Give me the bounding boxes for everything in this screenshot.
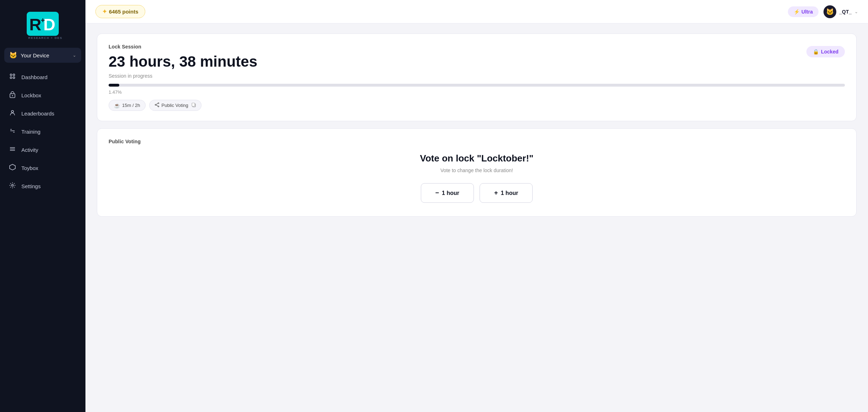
locked-lock-icon: 🔒 <box>813 49 819 55</box>
svg-text:+: + <box>41 16 45 24</box>
points-star-icon: ✦ <box>102 8 107 15</box>
minus-icon: − <box>435 189 439 197</box>
svg-marker-18 <box>10 164 15 170</box>
leaderboards-icon <box>9 109 16 118</box>
header: ✦ 6465 points ⚡ Ultra 🐱 _QT_ ⌄ <box>85 0 868 24</box>
plus-icon: + <box>494 189 498 197</box>
sidebar-item-settings[interactable]: Settings <box>3 177 83 195</box>
sidebar-item-lockbox[interactable]: Lockbox <box>3 87 83 104</box>
progress-bar-bg <box>109 84 845 87</box>
svg-point-10 <box>12 95 13 96</box>
timer-label: 15m / 2h <box>122 103 140 108</box>
vote-plus-label: 1 hour <box>501 190 518 196</box>
logo-svg: R D + RESEARCH + DESIRE <box>23 9 62 41</box>
points-value: 6465 points <box>109 9 138 15</box>
voting-title: Vote on lock "Locktober!" <box>109 153 845 164</box>
voting-buttons: − 1 hour + 1 hour <box>109 183 845 203</box>
activity-label: Activity <box>21 147 38 153</box>
share-icon <box>155 102 160 108</box>
points-badge: ✦ 6465 points <box>95 5 145 18</box>
vote-plus-button[interactable]: + 1 hour <box>480 183 533 203</box>
sidebar-item-dashboard[interactable]: Dashboard <box>3 68 83 86</box>
progress-bar-fill <box>109 84 119 87</box>
public-voting-card: Public Voting Vote on lock "Locktober!" … <box>97 128 857 217</box>
svg-rect-26 <box>192 103 195 106</box>
voting-tag[interactable]: Public Voting <box>149 100 202 111</box>
timer-tag[interactable]: ☕ 15m / 2h <box>109 100 146 111</box>
training-label: Training <box>21 129 41 135</box>
svg-text:RESEARCH + DESIRE: RESEARCH + DESIRE <box>28 36 63 40</box>
device-label: Your Device <box>21 52 69 58</box>
sidebar-logo: R D + RESEARCH + DESIRE <box>0 0 85 48</box>
sidebar-item-toybox[interactable]: Toybox <box>3 159 83 177</box>
main-content: ✦ 6465 points ⚡ Ultra 🐱 _QT_ ⌄ Lock Sess… <box>85 0 868 412</box>
locked-badge: 🔒 Locked <box>806 46 845 57</box>
ultra-badge: ⚡ Ultra <box>788 6 819 17</box>
avatar: 🐱 <box>823 5 836 18</box>
lock-header-row: Lock Session 23 hours, 38 minutes Sessio… <box>109 44 845 84</box>
progress-percent: 1.47% <box>109 89 845 95</box>
ultra-label: Ultra <box>801 9 813 15</box>
lock-time-display: 23 hours, 38 minutes <box>109 53 257 70</box>
voting-title-section: Vote on lock "Locktober!" Vote to change… <box>109 153 845 203</box>
settings-label: Settings <box>21 183 41 189</box>
dashboard-label: Dashboard <box>21 74 47 80</box>
vote-minus-label: 1 hour <box>442 190 459 196</box>
lock-tags: ☕ 15m / 2h Public Voting <box>109 100 845 111</box>
svg-point-19 <box>12 185 14 186</box>
public-voting-label: Public Voting <box>109 139 845 144</box>
vote-minus-button[interactable]: − 1 hour <box>421 183 474 203</box>
session-status: Session in progress <box>109 73 257 79</box>
chevron-down-icon: ⌄ <box>73 53 76 58</box>
svg-point-8 <box>13 77 15 79</box>
svg-text:R: R <box>29 15 41 34</box>
lock-session-card: Lock Session 23 hours, 38 minutes Sessio… <box>97 34 857 121</box>
svg-point-20 <box>158 103 159 104</box>
header-right: ⚡ Ultra 🐱 _QT_ ⌄ <box>788 5 858 18</box>
username: _QT_ <box>839 9 852 15</box>
sidebar-nav: Dashboard Lockbox Leaderboards Training … <box>0 68 85 195</box>
sidebar: R D + RESEARCH + DESIRE 🐱 Your Device ⌄ … <box>0 0 85 412</box>
device-avatar-icon: 🐱 <box>9 51 17 59</box>
user-chevron-icon: ⌄ <box>854 9 858 14</box>
content-area: Lock Session 23 hours, 38 minutes Sessio… <box>85 24 868 227</box>
lockbox-icon <box>9 91 16 100</box>
sidebar-item-training[interactable]: Training <box>3 123 83 140</box>
training-icon <box>9 127 16 136</box>
voting-tag-label: Public Voting <box>162 103 188 108</box>
svg-line-24 <box>156 105 158 106</box>
timer-icon: ☕ <box>114 103 120 108</box>
svg-point-11 <box>11 110 14 113</box>
user-section[interactable]: 🐱 _QT_ ⌄ <box>823 5 858 18</box>
sidebar-item-activity[interactable]: Activity <box>3 141 83 159</box>
toybox-label: Toybox <box>21 165 38 171</box>
logo: R D + RESEARCH + DESIRE <box>23 9 62 41</box>
settings-icon <box>9 182 16 191</box>
lock-info: Lock Session 23 hours, 38 minutes Sessio… <box>109 44 257 84</box>
ultra-bolt-icon: ⚡ <box>794 9 800 15</box>
locked-label: Locked <box>821 49 838 55</box>
svg-point-7 <box>10 77 12 79</box>
svg-point-21 <box>158 106 159 107</box>
sidebar-item-leaderboards[interactable]: Leaderboards <box>3 105 83 122</box>
copy-icon[interactable] <box>191 102 196 108</box>
device-selector[interactable]: 🐱 Your Device ⌄ <box>4 48 81 63</box>
toybox-icon <box>9 164 16 172</box>
svg-point-5 <box>10 74 12 76</box>
dashboard-icon <box>9 73 16 82</box>
lock-session-label: Lock Session <box>109 44 257 50</box>
activity-icon <box>9 145 16 154</box>
svg-text:D: D <box>43 15 56 34</box>
leaderboards-label: Leaderboards <box>21 110 54 117</box>
voting-subtitle: Vote to change the lock duration! <box>109 168 845 173</box>
svg-point-6 <box>13 74 15 76</box>
lockbox-label: Lockbox <box>21 92 41 98</box>
svg-line-23 <box>156 103 158 104</box>
svg-point-22 <box>155 104 156 105</box>
avatar-icon: 🐱 <box>826 8 834 16</box>
